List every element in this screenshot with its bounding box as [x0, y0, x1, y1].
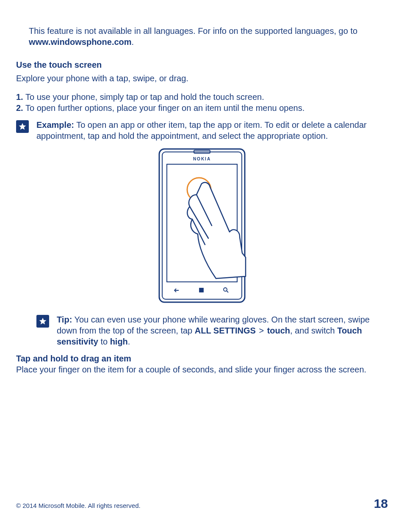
- list-number: 2.: [16, 102, 25, 113]
- phone-illustration: NOKIA: [16, 147, 388, 306]
- tip-text: , and switch: [290, 326, 337, 335]
- intro-text: This feature is not available in all lan…: [29, 26, 357, 36]
- section-heading-tap-hold: Tap and hold to drag an item: [16, 353, 388, 364]
- list-item: 1. To use your phone, simply tap or tap …: [16, 91, 388, 102]
- svg-rect-7: [199, 290, 201, 292]
- page-number: 18: [374, 495, 388, 512]
- example-body: Example: To open an app or other item, t…: [36, 119, 388, 141]
- intro-link[interactable]: www.windowsphone.com: [29, 37, 132, 47]
- section-body: Explore your phone with a tap, swipe, or…: [16, 73, 388, 84]
- phone-brand-label: NOKIA: [193, 157, 211, 161]
- tip-bold: touch: [267, 326, 290, 335]
- tip-label: Tip:: [57, 315, 72, 324]
- section-body: Place your finger on the item for a coup…: [16, 364, 388, 375]
- list-number: 1.: [16, 91, 25, 102]
- star-icon: [36, 315, 49, 328]
- list-text: To use your phone, simply tap or tap and…: [25, 91, 388, 102]
- tip-callout: Tip: You can even use your phone while w…: [16, 314, 388, 347]
- intro-paragraph: This feature is not available in all lan…: [29, 25, 388, 47]
- page-footer: © 2014 Microsoft Mobile. All rights rese…: [16, 495, 388, 512]
- copyright-text: © 2014 Microsoft Mobile. All rights rese…: [16, 502, 141, 510]
- svg-rect-6: [202, 288, 203, 290]
- svg-marker-0: [19, 123, 26, 130]
- tip-text: to: [98, 337, 110, 346]
- example-text: To open an app or other item, tap the ap…: [36, 120, 367, 141]
- svg-rect-8: [202, 290, 203, 292]
- intro-suffix: .: [132, 37, 134, 47]
- star-icon: [16, 120, 29, 133]
- svg-rect-5: [199, 288, 201, 290]
- section-heading-use-touch: Use the touch screen: [16, 59, 388, 70]
- svg-marker-11: [39, 318, 47, 325]
- list-item: 2. To open further options, place your f…: [16, 102, 388, 113]
- tip-sep: >: [256, 326, 267, 335]
- tip-bold: high: [110, 337, 128, 346]
- tip-body: Tip: You can even use your phone while w…: [57, 314, 388, 347]
- tip-text: .: [128, 337, 130, 346]
- example-label: Example:: [36, 120, 74, 130]
- example-callout: Example: To open an app or other item, t…: [16, 119, 388, 141]
- tip-bold: ALL SETTINGS: [195, 326, 256, 335]
- list-text: To open further options, place your fing…: [25, 102, 388, 113]
- steps-list: 1. To use your phone, simply tap or tap …: [16, 91, 388, 113]
- svg-point-9: [224, 288, 227, 291]
